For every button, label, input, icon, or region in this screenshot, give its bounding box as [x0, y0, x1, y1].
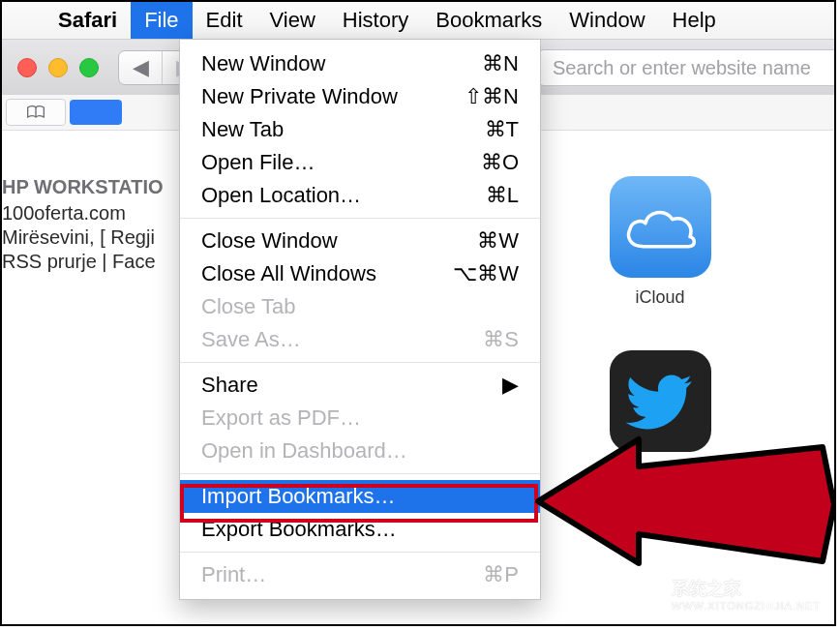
menu-bookmarks[interactable]: Bookmarks	[422, 2, 555, 39]
sidebar-item[interactable]: Mirësevini, [ Regji	[2, 226, 178, 249]
menu-item-label: Open Location…	[201, 183, 361, 208]
menu-new-private-window[interactable]: New Private Window ⇧⌘N	[180, 80, 540, 113]
menu-item-label: Share	[201, 373, 258, 398]
sidebar-header: HP WORKSTATIO	[2, 176, 178, 198]
menu-save-as: Save As… ⌘S	[180, 323, 540, 356]
favorites-tab[interactable]	[70, 100, 122, 125]
menu-item-label: Close All Windows	[201, 261, 376, 286]
watermark-house-icon	[615, 574, 664, 615]
menu-export-bookmarks[interactable]: Export Bookmarks…	[180, 513, 540, 546]
menubar: Safari File Edit View History Bookmarks …	[2, 2, 834, 39]
menu-import-bookmarks[interactable]: Import Bookmarks…	[180, 480, 540, 513]
menu-item-label: New Tab	[201, 117, 284, 142]
address-bar[interactable]: Search or enter website name	[538, 49, 836, 86]
menu-shortcut: ⌘S	[483, 327, 519, 352]
menu-shortcut: ⌘P	[483, 562, 519, 587]
menu-edit[interactable]: Edit	[193, 2, 256, 39]
menu-item-label: New Private Window	[201, 84, 398, 109]
twitter-icon	[610, 350, 711, 452]
sidebar-item[interactable]: 100oferta.com	[2, 202, 178, 225]
icloud-icon	[610, 176, 711, 278]
menu-close-all-windows[interactable]: Close All Windows ⌥⌘W	[180, 257, 540, 290]
menu-help[interactable]: Help	[659, 2, 730, 39]
minimize-window-icon[interactable]	[48, 58, 68, 77]
menu-item-label: Open File…	[201, 150, 315, 175]
menu-open-dashboard: Open in Dashboard…	[180, 435, 540, 467]
favorite-tile-icloud[interactable]: iCloud	[602, 176, 718, 308]
menu-item-label: Export as PDF…	[201, 405, 361, 431]
watermark-url: WWW.XITONGZHIJIA.NET	[672, 600, 821, 612]
menu-shortcut: ⇧⌘N	[465, 84, 519, 109]
back-button[interactable]: ◀	[119, 51, 162, 84]
menu-item-label: Close Tab	[201, 294, 295, 319]
sidebar: HP WORKSTATIO 100oferta.com Mirësevini, …	[2, 176, 178, 275]
menu-new-window[interactable]: New Window ⌘N	[180, 47, 540, 80]
menu-file[interactable]: File	[131, 2, 192, 39]
app-name[interactable]: Safari	[45, 2, 131, 39]
menu-item-label: Export Bookmarks…	[201, 517, 397, 542]
menu-item-label: Close Window	[201, 228, 338, 254]
menu-shortcut: ⌘T	[485, 117, 519, 142]
menu-item-label: Open in Dashboard…	[201, 438, 407, 464]
submenu-arrow-icon: ▶	[502, 373, 519, 398]
favorite-tile-twitter[interactable]	[602, 350, 718, 462]
menu-item-label: Import Bookmarks…	[201, 484, 396, 509]
menu-print: Print… ⌘P	[180, 558, 540, 591]
show-sidebar-button[interactable]	[6, 99, 66, 126]
menu-open-location[interactable]: Open Location… ⌘L	[180, 179, 540, 212]
menu-history[interactable]: History	[329, 2, 422, 39]
menu-open-file[interactable]: Open File… ⌘O	[180, 146, 540, 179]
menu-item-label: Print…	[201, 562, 266, 587]
watermark: 系统之家 WWW.XITONGZHIJIA.NET	[615, 574, 821, 615]
menu-shortcut: ⌘N	[482, 51, 519, 76]
tile-label: iCloud	[602, 287, 718, 308]
book-icon	[26, 105, 45, 119]
menu-close-window[interactable]: Close Window ⌘W	[180, 225, 540, 257]
menu-new-tab[interactable]: New Tab ⌘T	[180, 113, 540, 146]
menu-close-tab: Close Tab	[180, 290, 540, 323]
sidebar-item[interactable]: RSS prurje | Face	[2, 251, 178, 273]
menu-share[interactable]: Share ▶	[180, 369, 540, 402]
menu-shortcut: ⌘O	[481, 150, 519, 175]
menu-item-label: New Window	[201, 51, 325, 76]
menu-view[interactable]: View	[256, 2, 329, 39]
fullscreen-window-icon[interactable]	[79, 58, 99, 77]
menu-shortcut: ⌥⌘W	[453, 261, 519, 286]
menu-shortcut: ⌘W	[477, 228, 519, 254]
menu-item-label: Save As…	[201, 327, 301, 352]
menu-shortcut: ⌘L	[486, 183, 519, 208]
watermark-text: 系统之家	[672, 577, 821, 600]
close-window-icon[interactable]	[17, 58, 37, 77]
file-menu-dropdown: New Window ⌘N New Private Window ⇧⌘N New…	[179, 39, 541, 600]
window-controls	[17, 58, 99, 77]
menu-export-pdf: Export as PDF…	[180, 402, 540, 435]
menu-window[interactable]: Window	[555, 2, 658, 39]
